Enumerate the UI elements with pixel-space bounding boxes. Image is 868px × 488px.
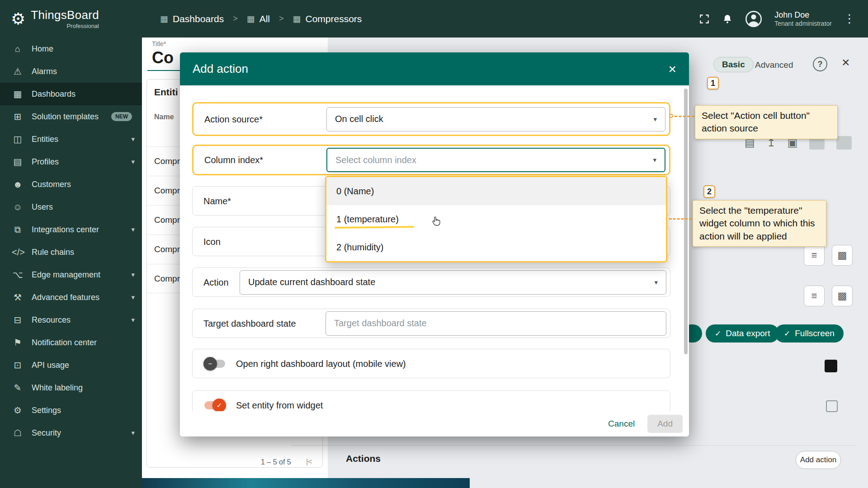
- notification-center-icon: ⚑: [12, 337, 24, 348]
- sidebar-item-resources[interactable]: ⊟Resources▾: [0, 309, 142, 331]
- sidebar-item-home[interactable]: ⌂Home: [0, 38, 142, 60]
- dashboard-icon: ▦: [247, 14, 255, 24]
- breadcrumb-separator: >: [233, 14, 238, 23]
- breadcrumb-dashboards[interactable]: ▦Dashboards: [160, 14, 224, 24]
- chevron-down-icon: ▾: [131, 293, 135, 301]
- color-swatch[interactable]: [825, 360, 837, 372]
- first-page-icon[interactable]: |<: [306, 457, 311, 466]
- table-column-header: Name: [154, 113, 174, 121]
- sidebar-item-solution-templates[interactable]: ⊞Solution templatesNEW: [0, 105, 142, 128]
- cancel-button[interactable]: Cancel: [600, 415, 643, 433]
- data-export-button[interactable]: ✓ Data export: [706, 324, 779, 343]
- mobile-layout-toggle[interactable]: −: [204, 360, 225, 368]
- thumbnail-placeholder: [836, 136, 852, 150]
- tab-basic[interactable]: Basic: [713, 57, 754, 72]
- sidebar-item-profiles[interactable]: ▤Profiles▾: [0, 150, 142, 173]
- dropdown-caret-icon: ▾: [653, 115, 657, 123]
- dialog-header: Add action ×: [180, 52, 689, 85]
- tab-advanced[interactable]: Advanced: [755, 60, 793, 70]
- rule-chains-icon: </>: [12, 247, 24, 258]
- action-row: Action Update current dashboard state ▾: [192, 267, 670, 297]
- chevron-down-icon: ▾: [131, 225, 135, 234]
- fullscreen-toggle-button[interactable]: ✓ Fullscreen: [775, 324, 844, 343]
- option-0-name[interactable]: 0 (Name): [326, 177, 666, 205]
- option-2-humidity[interactable]: 2 (humidity): [326, 233, 666, 261]
- list-view-button[interactable]: ≡: [804, 245, 825, 266]
- step-2-tooltip: Select the "temperature" widget column t…: [693, 200, 826, 247]
- actions-section-title: Actions: [346, 453, 381, 464]
- step-2-badge: 2: [703, 185, 715, 198]
- sidebar-item-alarms[interactable]: ⚠Alarms: [0, 60, 142, 83]
- dialog-footer: Cancel Add: [180, 411, 689, 436]
- add-button[interactable]: Add: [647, 415, 683, 433]
- brand-logo[interactable]: ⚙ ThingsBoard Professional: [0, 0, 142, 38]
- sidebar-item-entities[interactable]: ◫Entities▾: [0, 128, 142, 150]
- brand-subtitle: Professional: [66, 23, 99, 29]
- column-index-row: Column index* Select column index ▾: [192, 145, 670, 175]
- dashboards-icon: ▦: [12, 89, 24, 99]
- help-icon[interactable]: ?: [813, 57, 827, 71]
- breadcrumb-compressors[interactable]: ▦Compressors: [293, 14, 362, 24]
- target-state-row: Target dashboard state: [192, 309, 670, 338]
- sidebar-item-advanced-features[interactable]: ⚒Advanced features▾: [0, 286, 142, 309]
- close-icon[interactable]: ×: [668, 62, 676, 76]
- sidebar-item-notification-center[interactable]: ⚑Notification center: [0, 331, 142, 354]
- sidebar-item-edge-management[interactable]: ⌥Edge management▾: [0, 263, 142, 286]
- dropdown-caret-icon: ▾: [654, 278, 658, 286]
- chevron-down-icon: ▾: [131, 158, 135, 166]
- checkbox-outline[interactable]: [826, 400, 838, 412]
- dialog-title: Add action: [193, 62, 248, 76]
- step-1-tooltip: Select "Action cell button" action sourc…: [695, 105, 838, 139]
- kebab-menu-icon[interactable]: ⋮: [844, 12, 855, 26]
- user-info: John Doe Tenant administrator: [774, 10, 832, 28]
- list-view-button[interactable]: ≡: [804, 286, 825, 306]
- checker-icon: ▩: [838, 290, 847, 302]
- check-icon: ✓: [715, 329, 721, 338]
- action-label: Action: [203, 277, 229, 287]
- chevron-down-icon: ▾: [131, 316, 135, 324]
- close-editor-icon[interactable]: ×: [842, 55, 850, 70]
- set-entity-label: Set entity from widget: [236, 400, 323, 410]
- edge-management-icon: ⌥: [12, 269, 24, 280]
- column-index-options: 0 (Name) 1 (temperature) 2 (humidity): [325, 176, 667, 263]
- breadcrumb-all[interactable]: ▦All: [247, 14, 270, 24]
- set-entity-toggle[interactable]: ✓: [204, 401, 225, 409]
- profiles-icon: ▤: [12, 156, 24, 167]
- action-type-select[interactable]: Update current dashboard state ▾: [240, 270, 666, 295]
- sidebar-item-customers[interactable]: ☻Customers: [0, 173, 142, 196]
- new-badge: NEW: [111, 112, 132, 121]
- option-1-temperature[interactable]: 1 (temperature): [326, 205, 666, 233]
- sidebar-item-integrations-center[interactable]: ⧉Integrations center▾: [0, 218, 142, 241]
- sidebar-item-dashboards[interactable]: ▦Dashboards: [0, 83, 142, 105]
- add-action-dialog: Add action × Action source* On cell clic…: [180, 52, 689, 436]
- customers-icon: ☻: [12, 179, 24, 190]
- add-action-button[interactable]: Add action: [796, 451, 841, 469]
- sidebar-item-security[interactable]: ☖Security▾: [0, 422, 142, 444]
- dropdown-caret-icon: ▾: [653, 156, 656, 164]
- breadcrumb: ▦Dashboards > ▦All > ▦Compressors: [142, 14, 362, 24]
- action-source-label: Action source*: [204, 114, 263, 124]
- target-state-input[interactable]: [326, 311, 666, 336]
- list-icon: ≡: [811, 290, 817, 302]
- notifications-bell-icon[interactable]: [722, 13, 733, 25]
- sidebar-item-users[interactable]: ☺Users: [0, 196, 142, 218]
- pattern-view-button[interactable]: ▩: [832, 286, 853, 306]
- avatar[interactable]: [745, 10, 763, 28]
- white-labeling-icon: ✎: [12, 382, 24, 393]
- brand-name: ThingsBoard: [31, 8, 99, 22]
- pattern-view-button[interactable]: ▩: [832, 245, 853, 266]
- security-icon: ☖: [12, 427, 24, 438]
- highlight-underline: [335, 226, 414, 229]
- sidebar-item-api-usage[interactable]: ⊡API usage: [0, 354, 142, 376]
- dialog-scrollbar[interactable]: [684, 89, 688, 354]
- sidebar-item-white-labeling[interactable]: ✎White labeling: [0, 376, 142, 399]
- sidebar-item-settings[interactable]: ⚙Settings: [0, 399, 142, 422]
- chevron-down-icon: ▾: [131, 271, 135, 279]
- breadcrumb-separator: >: [279, 14, 284, 23]
- title-field-value[interactable]: Co: [152, 48, 174, 67]
- fullscreen-icon[interactable]: [698, 13, 710, 25]
- action-source-select[interactable]: On cell click ▾: [326, 107, 665, 131]
- column-index-select[interactable]: Select column index ▾: [326, 148, 665, 172]
- users-icon: ☺: [12, 202, 24, 212]
- sidebar-item-rule-chains[interactable]: </>Rule chains: [0, 241, 142, 263]
